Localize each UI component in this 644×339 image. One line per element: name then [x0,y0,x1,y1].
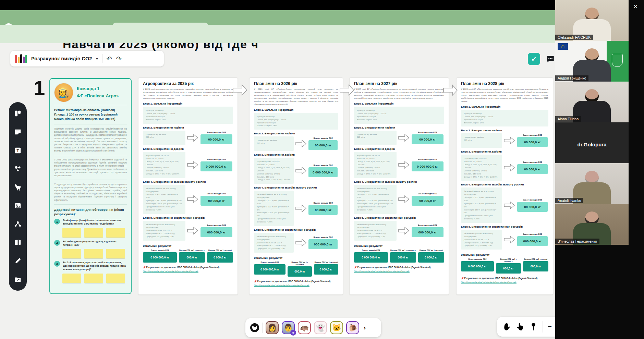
participant-video-tile[interactable]: Oleksandr FAICHUK [555,0,629,41]
column-title: План змін на 2027 рік [354,81,444,86]
table-icon[interactable] [13,238,22,247]
image-icon[interactable] [13,201,22,210]
participant-name: Андрій Грищенко [555,75,588,81]
result-label: Всього викидів CO2 [418,158,437,160]
sticky-note[interactable] [106,228,125,238]
question-number: 3 [54,261,60,267]
participant-video-tile[interactable]: Anatolii Ivanko [555,163,629,204]
total-label: Викиди CO2 на 1 т продукту [496,258,521,262]
participant-avatar-starred[interactable]: 👨★ [282,321,295,334]
block-info-box: Культура: пшениця Площа для розрахунку: … [143,107,233,123]
chat-bubble-icon[interactable] [544,52,555,66]
block-info-box: Норма висіву насіння: 210 кг/га [354,131,397,145]
sticky-note[interactable] [84,228,103,238]
plan-column[interactable]: Агропрактики за 2025 рік У 2025 році гос… [138,77,238,295]
calculator-link[interactable]: https://organicstandard.ua/standards/isc… [143,270,233,272]
screen: ˅ P 3.2. Вуглецеві проєкти в агрос ✕ Роз… [0,0,644,339]
text-icon[interactable]: T [13,146,22,155]
close-icon[interactable]: ✕ [633,3,638,10]
calculator-link[interactable]: https://organicstandard.ua/standards/isc… [254,284,338,286]
arrow-right-icon [187,133,198,142]
total-value: 0 000,0 кг [418,252,444,263]
column-title: План змін на 2028 рік [461,81,548,86]
plan-column[interactable]: План змін на 2028 рік У 2028 році ФГ «По… [456,77,553,295]
redo-button[interactable]: ↷ [116,55,122,63]
undo-button[interactable]: ↶ [107,55,112,63]
result-value: 0 000 000,0 кг [412,161,444,171]
creature-sticker[interactable]: 👻 [314,321,327,334]
arrow-right-icon [398,133,410,142]
block-header: Блок 3. Використання добрив [143,147,233,150]
llama-icon[interactable]: 🦙 [13,183,22,192]
select-tool-icon[interactable]: 👆 [516,323,524,331]
arrow-right-icon [295,139,307,148]
sticky-note[interactable] [62,249,81,258]
browser-toolbar: ← → ⟳ ⊙ app.mural.co/t/andriigryshchenko… [0,25,644,43]
block-info-box: Норма висіву насіння: 205 кг/га [461,133,502,148]
total-label: Всього викидів CO2 [261,261,279,263]
sticky-note-icon[interactable] [13,128,22,136]
arrow-right-icon [295,166,307,175]
zoom-toolbar: ✋ 👆 📍 − 14% + [497,317,555,337]
plan-column[interactable]: План змін на 2027 рік У 2027 році ФГ «По… [349,77,449,295]
block-info-box: Нітроамофоска 16-16-16 Кількість: 11,0 к… [354,152,397,178]
chevron-down-icon[interactable]: ▾ [96,57,98,61]
result-value: 0 000 000,0 кг [308,167,338,177]
team-card[interactable]: 🧑‍🌾 Команда 1 ФГ «Полісся-Агро» Регіон: … [49,78,132,294]
draw-icon[interactable] [13,256,22,265]
mindmap-icon[interactable] [13,220,22,229]
result-label: Всього викидів CO2 [207,224,226,226]
video-call-panel: — ❐ ✕ Oleksandr FAICHUK [555,0,644,339]
hippo-sticker[interactable]: 🦛 [298,321,311,334]
questions-header: Додаткові питання для обговорення (після… [54,207,127,217]
hand-tool-icon[interactable]: ✋ [502,323,511,331]
block-info-box: Нітроамофоска 16-16-16 Кількість: 10,0 к… [461,155,502,181]
result-label: Всього викидів CO2 [207,158,226,160]
team-meta: Регіон: Житомирська область (Полісся) Пл… [54,108,127,121]
sticky-note[interactable] [84,274,103,283]
participant-video-tile[interactable]: Андрій Грищенко [555,41,629,82]
calculator-link[interactable]: https://organicstandard.ua/standards/isc… [354,270,444,272]
result-value: 000 000,0 кг [517,236,548,246]
participant-video-tile[interactable]: В'ячеслав Герасименко [555,204,629,245]
browser-tab-strip: ˅ P 3.2. Вуглецеві проєкти в агрос ✕ Роз… [0,10,644,25]
participant-video-tile[interactable]: dr.Golopura [555,122,629,163]
map-locate-icon[interactable]: 📍 [529,323,538,331]
emoji-picker-icon[interactable] [250,323,259,332]
sticky-note[interactable] [84,249,103,258]
column-intro: У 2026 році ФГ «Полісся-Агро» розпочинає… [254,88,338,106]
calculator-link[interactable]: https://organicstandard.ua/standards/isc… [461,281,548,283]
block-info-box: Загальний внесок на всю площу господарст… [461,187,502,223]
sticky-note[interactable] [62,228,81,238]
reactions-more-chevron[interactable]: › [364,324,366,331]
sticky-note[interactable] [106,249,125,258]
total-label: Викиди CO2 на 1 т продукту [390,249,416,251]
zoom-out-button[interactable]: − [548,323,552,331]
farm-name: ФГ «Полісся-Агро» [77,93,119,100]
mural-title[interactable]: Розрахунок викидів CO2 [31,56,92,61]
arrow-right-icon [503,136,515,145]
flow-arrow-icon [442,84,458,97]
sticky-note[interactable] [62,274,81,283]
sticky-note[interactable] [106,274,125,283]
question-text: Які 2–3 показники додатково ви б контрол… [63,261,127,271]
arrow-right-icon [295,238,307,247]
block-info-box: Культура: пшениця Площа для розрахунку: … [254,113,338,130]
participant-video-tile[interactable]: Alona Tiurina [555,82,629,122]
tasks-check-button[interactable]: ✓ [528,53,540,65]
mural-toolbar-left: T 🦙 [9,102,27,291]
total-value: 0 000,0 кг [207,252,233,263]
cat-sticker[interactable]: 🐱 [330,321,343,334]
participant-name: Oleksandr FAICHUK [555,35,593,40]
block-info-box: Загальні витрати на всю площу господарст… [354,221,397,241]
shapes-connector-icon[interactable] [13,164,22,173]
mural-canvas[interactable]: Навчати 2025 (якомо) від где ч Розрахуно… [0,43,555,339]
plan-column[interactable]: План змін на 2026 рік У 2026 році ФГ «По… [249,77,343,295]
snail-sticker[interactable]: 🐌 [346,321,359,334]
block-header: Блок 4. Використання засобів захисту рос… [461,183,548,186]
export-frame-icon[interactable] [13,275,22,284]
total-value: 000,0 кг [179,252,205,263]
calculator-note: 📌 Розраховано за допомогою ISCC GHG Calc… [254,280,338,283]
layout-icon[interactable] [13,109,22,118]
participant-avatar[interactable]: 👩 [266,321,279,334]
